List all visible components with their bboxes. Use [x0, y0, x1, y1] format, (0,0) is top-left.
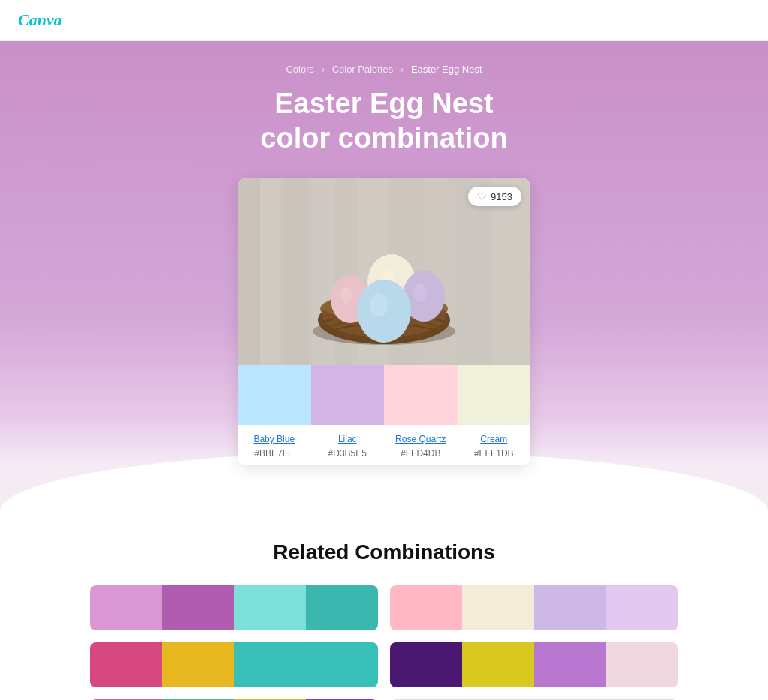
color-hex-baby-blue: #BBE7FE	[254, 448, 294, 459]
rc-swatch-2-1	[390, 585, 462, 630]
color-label-baby-blue: Baby Blue #BBE7FE	[238, 434, 311, 459]
breadcrumb-palettes[interactable]: Color Palettes	[332, 64, 394, 75]
color-label-rose-quartz: Rose Quartz #FFD4DB	[384, 434, 458, 459]
color-label-cream: Cream #EFF1DB	[458, 434, 531, 459]
svg-rect-2	[260, 178, 279, 365]
related-combo-3[interactable]	[90, 642, 378, 687]
related-combo-4[interactable]	[390, 642, 678, 687]
color-swatches	[238, 365, 530, 425]
swatch-cream[interactable]	[458, 365, 531, 425]
related-grid: See more combinations	[90, 585, 678, 700]
like-badge[interactable]: ♡ 9153	[468, 187, 521, 206]
palette-card: ♡ 9153 Baby Blue #BBE7FE Lilac #D3	[238, 178, 530, 465]
rc-swatch-1-3	[234, 585, 306, 630]
rc-swatch-1-2	[162, 585, 234, 630]
rc-swatch-2-4	[606, 585, 678, 630]
rc-swatch-1-1	[90, 585, 162, 630]
rc-swatch-4-3	[534, 642, 606, 687]
canva-logo[interactable]: Canva	[18, 10, 62, 30]
color-name-rose-quartz[interactable]: Rose Quartz	[384, 434, 458, 444]
svg-point-21	[340, 287, 352, 304]
rc-swatch-4-2	[462, 642, 534, 687]
breadcrumb-current: Easter Egg Nest	[411, 64, 482, 75]
palette-card-wrap: ♡ 9153 Baby Blue #BBE7FE Lilac #D3	[0, 178, 768, 510]
rc-swatch-4-4	[606, 642, 678, 687]
color-labels: Baby Blue #BBE7FE Lilac #D3B5E5 Rose Qua…	[238, 425, 530, 465]
color-name-lilac[interactable]: Lilac	[311, 434, 385, 444]
color-hex-lilac: #D3B5E5	[328, 448, 367, 459]
breadcrumb: Colors › Color Palettes › Easter Egg Nes…	[0, 64, 768, 75]
color-hex-cream: #EFF1DB	[474, 448, 514, 459]
color-label-lilac: Lilac #D3B5E5	[311, 434, 385, 459]
like-count: 9153	[490, 191, 512, 202]
rc-swatch-3-4	[306, 642, 378, 687]
breadcrumb-sep-1: ›	[322, 64, 325, 75]
breadcrumb-sep-2: ›	[400, 64, 404, 75]
svg-rect-1	[238, 178, 260, 365]
page-title: Easter Egg Nest color combination	[0, 87, 768, 155]
palette-image-wrap: ♡ 9153	[238, 178, 530, 365]
color-hex-rose-quartz: #FFD4DB	[400, 448, 440, 459]
rc-swatch-1-4	[306, 585, 378, 630]
color-name-baby-blue[interactable]: Baby Blue	[238, 434, 311, 444]
header: Canva	[0, 0, 768, 41]
related-title: Related Combinations	[90, 540, 678, 564]
heart-icon: ♡	[477, 190, 487, 202]
related-combo-1[interactable]	[90, 585, 378, 630]
rc-swatch-2-3	[534, 585, 606, 630]
related-section: Related Combinations	[0, 540, 768, 700]
swatch-lilac[interactable]	[311, 365, 385, 425]
svg-point-23	[370, 293, 388, 317]
svg-rect-3	[283, 178, 309, 365]
swatch-rose-quartz[interactable]	[384, 365, 458, 425]
rc-swatch-4-1	[390, 642, 462, 687]
color-name-cream[interactable]: Cream	[458, 434, 531, 444]
hero-section: Colors › Color Palettes › Easter Egg Nes…	[0, 41, 768, 510]
swatch-baby-blue[interactable]	[238, 365, 311, 425]
breadcrumb-colors[interactable]: Colors	[286, 64, 314, 75]
related-combo-2[interactable]	[390, 585, 678, 630]
rc-swatch-2-2	[462, 585, 534, 630]
svg-point-19	[413, 283, 427, 301]
rc-swatch-3-3	[234, 642, 306, 687]
rc-swatch-3-2	[162, 642, 234, 687]
rc-swatch-3-1	[90, 642, 162, 687]
